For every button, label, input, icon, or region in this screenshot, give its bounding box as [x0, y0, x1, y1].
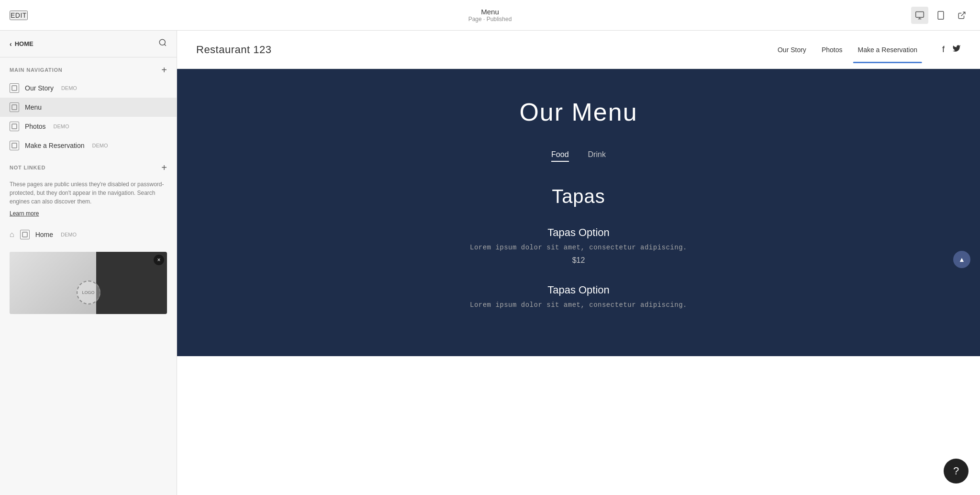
- not-linked-label: NOT LINKED: [10, 165, 45, 170]
- page-status: Page · Published: [468, 16, 512, 22]
- search-button[interactable]: [158, 38, 167, 49]
- preview-logo-circle: LOGO: [77, 281, 100, 304]
- desktop-view-button[interactable]: [911, 7, 928, 24]
- menu-item-2-desc: Lorem ipsum dolor sit amet, consectetur …: [196, 301, 961, 309]
- menu-tab-drink[interactable]: Drink: [588, 150, 606, 162]
- nav-item-our-story-badge: DEMO: [61, 85, 77, 91]
- sidebar-top: ‹ HOME: [0, 31, 177, 57]
- nav-item-photos-badge: DEMO: [54, 124, 69, 129]
- facebook-icon[interactable]: f: [942, 45, 945, 55]
- menu-tab-food[interactable]: Food: [551, 150, 568, 162]
- svg-rect-3: [938, 11, 944, 19]
- nav-item-home-label: Home: [35, 231, 53, 238]
- edit-button[interactable]: EDIT: [10, 11, 28, 20]
- main-layout: ‹ HOME MAIN NAVIGATION + Our Story DEMO: [0, 31, 980, 495]
- main-nav-section-header: MAIN NAVIGATION +: [0, 57, 177, 79]
- site-nav-photos[interactable]: Photos: [822, 46, 843, 54]
- menu-tabs: Food Drink: [196, 150, 961, 162]
- sidebar-item-our-story[interactable]: Our Story DEMO: [0, 79, 177, 98]
- page-info: Menu Page · Published: [468, 8, 512, 22]
- site-nav-our-story[interactable]: Our Story: [778, 46, 806, 54]
- page-icon: [20, 230, 30, 239]
- mobile-view-button[interactable]: [932, 7, 949, 24]
- site-logo: Restaurant 123: [196, 44, 271, 56]
- site-nav-links: Our Story Photos Make a Reservation f: [778, 44, 961, 55]
- svg-line-7: [164, 44, 166, 45]
- back-chevron-icon: ‹: [10, 40, 12, 48]
- page-icon: [10, 141, 19, 150]
- home-icon: ⌂: [10, 230, 14, 239]
- svg-rect-12: [22, 232, 27, 237]
- site-nav-reservation[interactable]: Make a Reservation: [858, 46, 917, 54]
- top-bar: EDIT Menu Page · Published: [0, 0, 980, 31]
- sidebar-item-home[interactable]: ⌂ Home DEMO: [0, 225, 177, 244]
- add-not-linked-button[interactable]: +: [161, 163, 167, 172]
- website-preview: Restaurant 123 Our Story Photos Make a R…: [177, 31, 980, 495]
- menu-hero: Our Menu Food Drink Tapas Tapas Option L…: [177, 69, 980, 356]
- scroll-top-button[interactable]: ▲: [953, 251, 970, 268]
- image-preview: LOGO ×: [10, 252, 167, 314]
- help-button[interactable]: ?: [944, 459, 969, 484]
- nav-item-home-badge: DEMO: [61, 232, 77, 237]
- site-navbar: Restaurant 123 Our Story Photos Make a R…: [177, 31, 980, 69]
- svg-rect-11: [12, 143, 17, 148]
- twitter-icon[interactable]: [952, 44, 961, 55]
- preview-bg: LOGO: [10, 252, 167, 314]
- sidebar: ‹ HOME MAIN NAVIGATION + Our Story DEMO: [0, 31, 177, 495]
- view-controls: [911, 7, 970, 24]
- svg-rect-9: [12, 105, 17, 110]
- menu-item-1: Tapas Option Lorem ipsum dolor sit amet,…: [196, 226, 961, 265]
- not-linked-desc-text: These pages are public unless they're di…: [10, 180, 167, 206]
- page-icon: [10, 83, 19, 93]
- svg-line-5: [961, 12, 965, 16]
- menu-item-1-name: Tapas Option: [196, 226, 961, 239]
- menu-item-1-desc: Lorem ipsum dolor sit amet, consectetur …: [196, 244, 961, 251]
- back-home-button[interactable]: ‹ HOME: [10, 40, 33, 48]
- sidebar-item-reservation[interactable]: Make a Reservation DEMO: [0, 136, 177, 155]
- nav-item-reservation-badge: DEMO: [92, 143, 108, 148]
- not-linked-description: These pages are public unless they're di…: [0, 176, 177, 225]
- back-label: HOME: [15, 40, 33, 47]
- add-nav-item-button[interactable]: +: [161, 65, 167, 75]
- svg-rect-8: [12, 86, 17, 90]
- page-icon: [10, 102, 19, 112]
- main-nav-label: MAIN NAVIGATION: [10, 67, 63, 73]
- site-nav-social: f: [942, 44, 961, 55]
- menu-section-title: Tapas: [196, 186, 961, 207]
- nav-item-reservation-label: Make a Reservation: [25, 142, 85, 149]
- menu-item-1-price: $12: [196, 256, 961, 265]
- content-area: Restaurant 123 Our Story Photos Make a R…: [177, 31, 980, 495]
- sidebar-item-menu[interactable]: Menu: [0, 98, 177, 117]
- scroll-top-arrow-icon: ▲: [958, 256, 965, 263]
- menu-item-2: Tapas Option Lorem ipsum dolor sit amet,…: [196, 284, 961, 309]
- nav-item-menu-label: Menu: [25, 103, 42, 111]
- page-icon: [10, 122, 19, 131]
- page-name: Menu: [468, 8, 512, 16]
- learn-more-link[interactable]: Learn more: [10, 210, 39, 217]
- preview-close-button[interactable]: ×: [154, 255, 164, 265]
- menu-hero-title: Our Menu: [196, 98, 961, 126]
- external-link-button[interactable]: [953, 7, 970, 24]
- svg-rect-0: [916, 11, 924, 17]
- svg-point-6: [159, 39, 165, 45]
- nav-item-photos-label: Photos: [25, 123, 46, 130]
- svg-rect-10: [12, 124, 17, 129]
- nav-item-our-story-label: Our Story: [25, 84, 54, 92]
- not-linked-section-header: NOT LINKED +: [0, 155, 177, 176]
- sidebar-item-photos[interactable]: Photos DEMO: [0, 117, 177, 136]
- menu-item-2-name: Tapas Option: [196, 284, 961, 296]
